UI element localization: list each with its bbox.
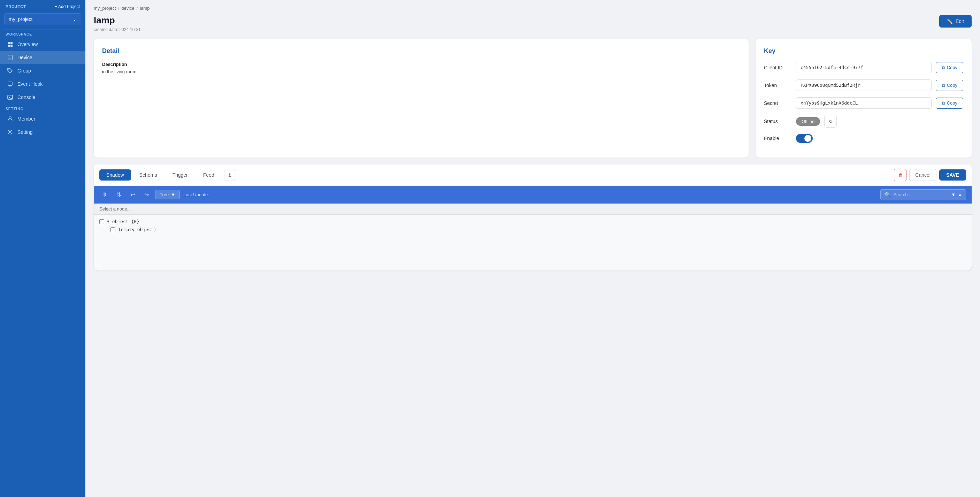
secret-row: Secret ⧉ Copy [764,97,963,109]
edit-icon: ✏️ [947,19,953,24]
console-icon [7,94,13,100]
sidebar-item-overview[interactable]: Overview [0,38,85,51]
enable-label: Enable [764,135,792,141]
secret-input[interactable] [796,97,932,109]
tree-dropdown[interactable]: Tree ▼ [155,190,180,199]
key-card-title: Key [764,48,963,55]
edit-button[interactable]: ✏️ Edit [939,15,972,27]
device-icon [7,54,13,61]
status-row: Status Offline ↻ [764,115,963,127]
sidebar-item-member-label: Member [18,116,78,122]
sidebar-item-setting[interactable]: Setting [0,126,85,139]
breadcrumb-current: lamp [140,6,150,11]
svg-rect-3 [10,45,13,47]
chevron-down-icon: ⌄ [73,16,77,22]
tree-checkbox-child[interactable] [110,227,115,232]
tab-shadow[interactable]: Shadow [99,169,131,180]
expand-icon: ⇳ [102,191,107,198]
sidebar-header: PROJECT + Add Project [0,0,85,12]
refresh-button[interactable]: ↻ [824,115,837,127]
shadow-toolbar: ⇳ ⇅ ↩ ↪ Tree ▼ Las [94,186,972,204]
svg-rect-2 [8,45,10,47]
status-label: Status [764,118,792,124]
enable-toggle[interactable] [796,134,813,143]
enable-row: Enable [764,134,963,143]
save-button[interactable]: SAVE [939,169,966,180]
breadcrumb-device[interactable]: device [121,6,135,11]
copy-icon-2: ⧉ [942,83,945,88]
gear-icon [7,129,13,135]
sidebar-item-event-hook-label: Event Hook [18,81,78,87]
secret-copy-button[interactable]: ⧉ Copy [936,97,963,109]
secret-copy-label: Copy [947,100,957,106]
tabs-section: Shadow Schema Trigger Feed ℹ 🗑 Cancel SA… [94,164,972,271]
info-icon: ℹ [229,172,231,178]
description-value: in the living room [102,69,740,74]
copy-icon-3: ⧉ [942,100,945,106]
svg-rect-4 [8,55,12,60]
add-project-button[interactable]: + Add Project [55,4,80,9]
sidebar-item-group[interactable]: Group [0,64,85,77]
project-selector[interactable]: my_project ⌄ [4,13,81,25]
tree-row-child: (empty object) [99,226,966,234]
tree-checkbox-root[interactable] [99,219,104,224]
undo-button[interactable]: ↩ [127,190,138,200]
tree-search-input[interactable] [893,192,949,197]
tree-dropdown-icon: ▼ [171,192,175,197]
main-area: my_project / device / lamp lamp created … [85,0,980,497]
info-button[interactable]: ℹ [224,169,236,181]
sidebar-item-console[interactable]: Console ⌄ [0,91,85,104]
last-update: Last Update : - [183,192,213,197]
token-label: Token [764,83,792,88]
filter-button[interactable]: ▼ [951,192,956,197]
sidebar-item-console-label: Console [18,94,72,100]
search-box: 🔍 ▼ ▲ [880,189,966,200]
breadcrumb-sep-1: / [118,6,119,11]
tab-trigger[interactable]: Trigger [165,169,195,180]
member-icon [7,116,13,122]
created-date-label: created date: [94,27,118,32]
sidebar-item-device[interactable]: Device [0,51,85,64]
node-select-placeholder: Select a node... [99,206,131,212]
sidebar-item-group-label: Group [18,68,78,73]
redo-button[interactable]: ↪ [141,190,151,200]
edit-button-label: Edit [956,19,964,24]
breadcrumb-project[interactable]: my_project [94,6,116,11]
hook-icon [7,81,13,87]
svg-point-10 [10,131,11,133]
sidebar-item-member[interactable]: Member [0,112,85,126]
sidebar-item-event-hook[interactable]: Event Hook [0,77,85,91]
client-id-row: Client ID ⧉ Copy [764,62,963,73]
tree-label: Tree [160,192,169,197]
search-icon: 🔍 [884,191,891,198]
setting-label: SETTING [0,104,85,112]
grid-icon [7,41,13,48]
token-copy-button[interactable]: ⧉ Copy [936,80,963,91]
project-name: my_project [9,16,32,22]
redo-icon: ↪ [144,191,149,198]
copy-icon-1: ⧉ [942,65,945,70]
refresh-icon: ↻ [829,119,833,124]
tabs-header: Shadow Schema Trigger Feed ℹ 🗑 Cancel SA… [94,164,972,186]
delete-button[interactable]: 🗑 [894,169,907,181]
cancel-button[interactable]: Cancel [909,169,936,181]
token-copy-label: Copy [947,83,957,88]
client-id-input[interactable] [796,62,932,73]
console-chevron-icon: ⌄ [76,96,78,99]
expand-all-button[interactable]: ⇳ [99,190,110,200]
shadow-content: Select a node... ▼ object {0} (empty obj… [94,204,972,271]
sort-button[interactable]: ▲ [958,192,962,197]
tree-row-root: ▼ object {0} [99,217,966,226]
project-label: PROJECT [6,5,26,9]
created-date-value: 2024-10-31 [119,27,140,32]
sidebar-item-device-label: Device [18,55,78,60]
client-id-copy-button[interactable]: ⧉ Copy [936,62,963,73]
token-input[interactable] [796,80,932,91]
tab-feed[interactable]: Feed [196,169,221,180]
sidebar-item-setting-label: Setting [18,129,78,135]
status-badge: Offline [796,117,820,126]
page-header: lamp created date: 2024-10-31 ✏️ Edit [94,15,972,32]
tab-schema[interactable]: Schema [132,169,164,180]
tag-icon [7,68,13,74]
collapse-all-button[interactable]: ⇅ [113,190,124,200]
